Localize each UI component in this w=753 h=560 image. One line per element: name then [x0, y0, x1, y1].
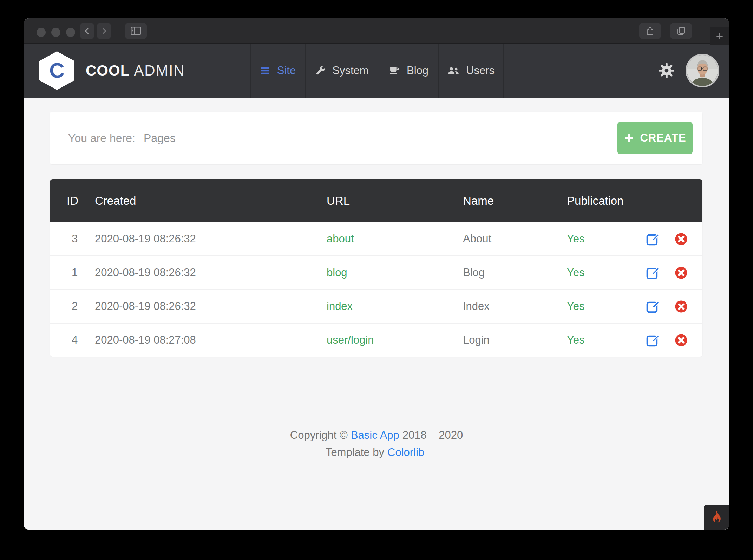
cell-created: 2020-08-19 08:26:32: [95, 300, 327, 313]
nav-divider: [503, 44, 504, 98]
window-titlebar: [24, 18, 729, 44]
column-header-url: URL: [327, 194, 463, 208]
page-url-link[interactable]: index: [327, 300, 353, 312]
cell-id: 1: [50, 266, 95, 279]
nav-item-site[interactable]: Site: [250, 44, 305, 98]
nav-item-label: System: [332, 64, 368, 77]
nav-item-label: Blog: [407, 64, 428, 77]
copyright-years: 2018 – 2020: [402, 429, 463, 441]
back-button[interactable]: [80, 23, 94, 39]
user-avatar[interactable]: [687, 55, 718, 86]
window-zoom-button[interactable]: [66, 28, 75, 37]
cell-name: About: [463, 233, 567, 245]
table-row: 3 2020-08-19 08:26:32 about About Yes: [50, 222, 702, 255]
window-close-button[interactable]: [37, 28, 46, 37]
wrench-icon: [315, 65, 326, 76]
colorlib-link[interactable]: Colorlib: [387, 446, 424, 458]
sidebar-toggle-icon: [131, 26, 141, 35]
cell-publication: Yes: [567, 334, 647, 346]
window-minimize-button[interactable]: [51, 28, 60, 37]
copyright-text: Copyright ©: [290, 429, 348, 441]
template-line: Template byColorlib: [24, 444, 729, 461]
brand-logo[interactable]: C COOLADMIN: [39, 44, 185, 98]
delete-x-icon[interactable]: [675, 334, 688, 347]
screen: C COOLADMIN Site System Blog Users: [0, 0, 753, 560]
create-button[interactable]: CREATE: [617, 122, 693, 154]
cell-publication: Yes: [567, 300, 647, 313]
app-navbar: C COOLADMIN Site System Blog Users: [24, 44, 729, 98]
edit-row-button[interactable]: [646, 266, 659, 279]
delete-x-icon[interactable]: [675, 300, 688, 313]
nav-item-users[interactable]: Users: [438, 44, 503, 98]
new-tab-button[interactable]: [710, 27, 729, 45]
page-url-link[interactable]: blog: [327, 266, 347, 279]
create-button-label: CREATE: [640, 132, 686, 144]
page-url-link[interactable]: user/login: [327, 334, 374, 346]
nav-item-system[interactable]: System: [305, 44, 379, 98]
cell-publication: Yes: [567, 233, 647, 245]
edit-row-button[interactable]: [646, 300, 659, 313]
app-window: C COOLADMIN Site System Blog Users: [24, 18, 729, 530]
users-icon: [447, 65, 460, 76]
cell-created: 2020-08-19 08:26:32: [95, 266, 327, 279]
cell-created: 2020-08-19 08:27:08: [95, 334, 327, 346]
cell-name: Login: [463, 334, 567, 346]
breadcrumb-card: You are here: Pages CREATE: [50, 112, 702, 164]
pages-table: ID Created URL Name Publication 3 2020-0…: [50, 179, 702, 357]
cell-name: Blog: [463, 266, 567, 279]
delete-x-icon[interactable]: [675, 266, 688, 279]
table-row: 4 2020-08-19 08:27:08 user/login Login Y…: [50, 323, 702, 357]
brand-name: COOLADMIN: [86, 62, 185, 79]
breadcrumb-current: Pages: [144, 132, 176, 145]
copyright-line: Copyright ©Basic App2018 – 2020: [24, 426, 729, 444]
tab-overview-button[interactable]: [670, 23, 692, 39]
codeigniter-flame-badge[interactable]: [704, 505, 729, 530]
chevron-right-icon: [99, 26, 109, 35]
plus-icon: [715, 32, 724, 40]
brand-hexagon-icon: C: [39, 51, 74, 90]
brand-initial: C: [49, 60, 64, 81]
cell-id: 2: [50, 300, 95, 313]
share-button[interactable]: [639, 23, 661, 39]
menu-bars-icon: [260, 65, 271, 76]
cell-id: 4: [50, 334, 95, 346]
sidebar-toggle-button[interactable]: [125, 23, 147, 39]
cell-created: 2020-08-19 08:26:32: [95, 233, 327, 245]
plus-icon: [624, 133, 634, 143]
chevron-left-icon: [83, 26, 92, 35]
cell-publication: Yes: [567, 266, 647, 279]
page-footer: Copyright ©Basic App2018 – 2020 Template…: [24, 426, 729, 461]
edit-row-button[interactable]: [646, 334, 659, 347]
delete-x-icon[interactable]: [675, 233, 688, 246]
settings-gear-icon[interactable]: [658, 62, 675, 79]
breadcrumb-label: You are here:: [68, 132, 135, 145]
table-row: 2 2020-08-19 08:26:32 index Index Yes: [50, 289, 702, 323]
basic-app-link[interactable]: Basic App: [351, 429, 399, 441]
flame-icon: [711, 510, 722, 525]
share-icon: [646, 26, 654, 36]
coffee-cup-icon: [388, 65, 400, 76]
page-content: You are here: Pages CREATE ID Created UR…: [24, 98, 729, 530]
edit-row-button[interactable]: [646, 233, 659, 246]
column-header-created: Created: [95, 194, 327, 208]
column-header-publication: Publication: [567, 194, 647, 208]
cell-id: 3: [50, 233, 95, 245]
column-header-name: Name: [463, 194, 567, 208]
column-header-id: ID: [50, 194, 95, 208]
forward-button[interactable]: [97, 23, 111, 39]
nav-item-blog[interactable]: Blog: [379, 44, 438, 98]
cell-name: Index: [463, 300, 567, 313]
table-header-row: ID Created URL Name Publication: [50, 179, 702, 222]
copy-tabs-icon: [676, 26, 686, 35]
template-by-text: Template by: [326, 446, 384, 458]
nav-item-label: Users: [466, 64, 495, 77]
pages-table-body: 3 2020-08-19 08:26:32 about About Yes 1 …: [50, 222, 702, 357]
table-row: 1 2020-08-19 08:26:32 blog Blog Yes: [50, 255, 702, 289]
nav-item-label: Site: [277, 64, 296, 77]
page-url-link[interactable]: about: [327, 233, 354, 245]
